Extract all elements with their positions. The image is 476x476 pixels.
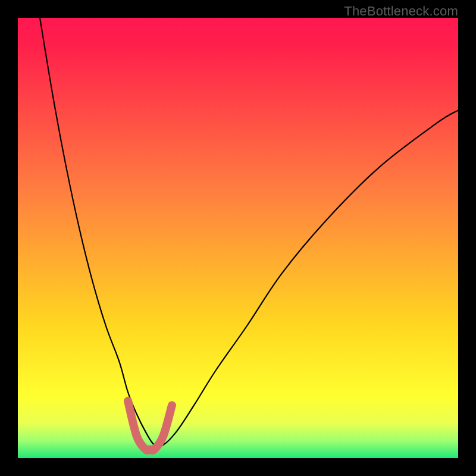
- bottleneck-curve: [40, 18, 458, 447]
- chart-curves: [18, 18, 458, 458]
- chart-plot-area: [18, 18, 458, 458]
- watermark-text: TheBottleneck.com: [344, 4, 458, 19]
